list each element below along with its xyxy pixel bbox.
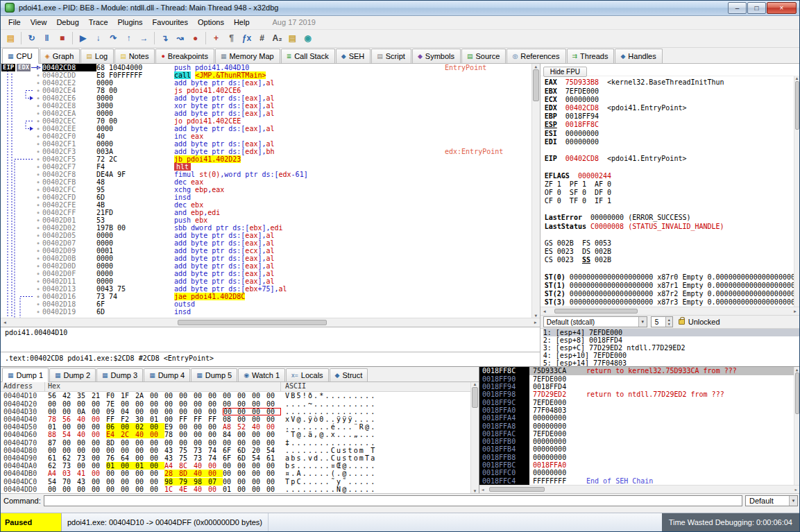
- menu-trace[interactable]: Trace: [84, 17, 113, 28]
- disassembly-view[interactable]: EIP EDX ●00402CD868 104D4000push pdoi41.…: [1, 64, 540, 318]
- dump-row[interactable]: 00404DB0A403410000000000288D400000000000…: [1, 470, 479, 477]
- disasm-row[interactable]: ●00402D196Dinsd: [1, 308, 540, 316]
- stack-row[interactable]: 0018FFA400000000: [479, 414, 799, 422]
- stack-row[interactable]: 0018FFC4FFFFFFFFEnd of SEH Chain: [479, 477, 799, 485]
- dump-row[interactable]: 00404D6088544000E42C40007800000084000000…: [1, 431, 479, 438]
- dump-view[interactable]: 00404D1056423521F01F2A000000000000000000…: [1, 392, 479, 493]
- dump-row[interactable]: 00404D70870000008D0000000000000000000000…: [1, 439, 479, 447]
- open-file-button[interactable]: ▤: [3, 31, 18, 45]
- tab-call-stack[interactable]: ≣Call Stack: [281, 49, 335, 63]
- disasm-vertical-scrollbar[interactable]: ▲ ▼: [531, 64, 540, 318]
- tab-graph[interactable]: ◈Graph: [40, 49, 80, 63]
- register-line[interactable]: [545, 163, 799, 171]
- argument-row[interactable]: 2: [esp+8] 0018FFD4: [543, 336, 799, 344]
- disasm-row[interactable]: ●00402CE478 00js pdoi41.402CE6: [1, 87, 540, 94]
- stack-row[interactable]: 0018FFB800000000: [479, 454, 799, 461]
- register-line[interactable]: EDX 00402CD8 <pdoi41.EntryPoint>: [545, 104, 799, 112]
- disasm-row[interactable]: ●00402CF572 2Cjb pdoi41.402D23: [1, 155, 540, 163]
- menu-options[interactable]: Options: [193, 17, 229, 28]
- dump-row[interactable]: 00404D20000000007E0000000000000000000000…: [1, 400, 479, 408]
- argument-row[interactable]: 5: [esp+14] 77F04803: [543, 359, 799, 366]
- disasm-row[interactable]: ●00402CE20000add byte ptr ds:[eax],al: [1, 79, 540, 87]
- scroll-thumb[interactable]: [489, 487, 545, 492]
- stack-row[interactable]: 0018FFC000000000: [479, 469, 799, 477]
- scroll-thumb[interactable]: [795, 372, 799, 414]
- register-line[interactable]: EFLAGS 00000244: [545, 172, 799, 180]
- dump-row[interactable]: 00404D500100000006000200E9000000A8524000…: [1, 423, 479, 431]
- disasm-row[interactable]: ●00402D090001add byte ptr ds:[ecx],al: [1, 247, 540, 255]
- disasm-row[interactable]: ●00402CEE0000add byte ptr ds:[eax],al: [1, 125, 540, 132]
- disasm-row[interactable]: ●00402CE83000xor byte ptr ds:[eax],al: [1, 102, 540, 110]
- disasm-row[interactable]: ●00402CE60000add byte ptr ds:[eax],al: [1, 94, 540, 102]
- argument-row[interactable]: 4: [esp+10] 7EFDE000: [543, 352, 799, 359]
- disasm-row[interactable]: ●00402CEA0000add byte ptr ds:[eax],al: [1, 110, 540, 117]
- restart-button[interactable]: ↻: [24, 31, 39, 45]
- disasm-row[interactable]: ●00402D070000add byte ptr ds:[eax],al: [1, 239, 540, 247]
- dropdown-arrow-icon[interactable]: ▼: [638, 317, 647, 327]
- spinner-arrows[interactable]: ▲ ▼: [665, 317, 672, 327]
- dump-vertical-scrollbar[interactable]: ▲ ▼: [470, 382, 479, 493]
- stack-row[interactable]: 0018FFA077F04803: [479, 406, 799, 414]
- dump-row[interactable]: 00404D3000000A00090400000000000000000000…: [1, 408, 479, 415]
- stack-row[interactable]: 0018FF940018FFD4: [479, 383, 799, 391]
- dump-row[interactable]: 00404D1056423521F01F2A000000000000000000…: [1, 392, 479, 400]
- tab-handles[interactable]: ◆Handles: [615, 49, 662, 63]
- scroll-thumb[interactable]: [472, 387, 478, 408]
- dump-row[interactable]: 00404D4078564000FFF2300100FFFFFF08000000…: [1, 415, 479, 423]
- hide-fpu-button[interactable]: Hide FPU: [543, 67, 587, 77]
- scroll-up-icon[interactable]: ▲: [796, 367, 799, 372]
- disasm-row[interactable]: ●00402D186Foutsd: [1, 300, 540, 308]
- scroll-left-icon[interactable]: ◄: [3, 320, 7, 325]
- scroll-thumb[interactable]: [533, 69, 539, 101]
- register-line[interactable]: EBP 0018FF94: [545, 112, 799, 121]
- register-line[interactable]: EBX 7EFDE000: [545, 87, 799, 96]
- stack-view[interactable]: 0018FF8C75D933CAreturn to kernel32.75D93…: [479, 367, 799, 485]
- maximize-button[interactable]: □: [747, 2, 766, 14]
- lock-icon[interactable]: [679, 319, 685, 325]
- disasm-row[interactable]: ●00402D050000add byte ptr ds:[eax],al: [1, 232, 540, 239]
- stack-row[interactable]: 0018FFB400000000: [479, 445, 799, 453]
- register-line[interactable]: ESP 0018FF8C: [545, 121, 799, 129]
- dump-row[interactable]: 00404DC054704300000000009879980700000000…: [1, 478, 479, 486]
- scroll-right-icon[interactable]: ►: [793, 309, 797, 314]
- disasm-row[interactable]: ●00402CDDE8 F0FFFFFFcall <JMP.&ThunRTMai…: [1, 71, 540, 79]
- dump-row[interactable]: 00404DD000000000000000001C4E400001000000…: [1, 486, 479, 493]
- spin-down-icon[interactable]: ▼: [667, 322, 671, 326]
- scroll-left-icon[interactable]: ◄: [482, 487, 484, 492]
- update-globe-button[interactable]: ◉: [300, 31, 315, 45]
- disasm-row[interactable]: ●00402CD868 104D4000push pdoi41.404D10En…: [1, 64, 540, 71]
- argument-count-spinner[interactable]: 5 ▲ ▼: [651, 316, 673, 327]
- disasm-row[interactable]: ●00402D0153push ebx: [1, 216, 540, 224]
- tab-script[interactable]: ▤Script: [371, 49, 411, 63]
- run-to-user-code-button[interactable]: →: [137, 31, 151, 45]
- pause-button[interactable]: ‖: [40, 31, 54, 45]
- menu-debug[interactable]: Debug: [51, 17, 83, 28]
- scroll-left-icon[interactable]: ◄: [543, 309, 547, 314]
- disasm-row[interactable]: ●00402D0D0000add byte ptr ds:[eax],al: [1, 262, 540, 270]
- register-line[interactable]: CS 0023 SS 002B: [545, 256, 799, 264]
- register-line[interactable]: EAX 75D933B8 <kernel32.BaseThreadInitThu…: [545, 78, 799, 87]
- disasm-horizontal-scrollbar[interactable]: ◄ ►: [1, 318, 540, 327]
- disasm-row[interactable]: ●00402D02197B 00sbb dword ptr ds:[ebx],e…: [1, 224, 540, 232]
- register-line[interactable]: OF 0 SF 0 DF 0: [545, 189, 799, 197]
- scroll-up-icon[interactable]: ▲: [534, 64, 537, 69]
- register-line[interactable]: ES 0023 DS 002B: [545, 248, 799, 256]
- tab-log[interactable]: ▤Log: [80, 49, 114, 63]
- register-line[interactable]: EDI 00000000: [545, 138, 799, 146]
- tab-notes[interactable]: ▤Notes: [114, 49, 155, 63]
- stack-row[interactable]: 0018FF9C7EFDE000: [479, 399, 799, 406]
- trace-over-button[interactable]: ↝: [173, 31, 187, 45]
- menu-file[interactable]: File: [3, 17, 26, 28]
- scroll-down-icon[interactable]: ▼: [534, 313, 537, 318]
- register-line[interactable]: ST(0) 00000000000000000000 x87r0 Empty 0…: [545, 273, 799, 282]
- disasm-row[interactable]: ●00402CEC70 00jo pdoi41.402CEE: [1, 117, 540, 125]
- pound-button[interactable]: #: [255, 31, 269, 45]
- dump-tab-watch-1[interactable]: ◉Watch 1: [238, 368, 285, 381]
- dump-tab-dump-2[interactable]: ▦Dump 2: [49, 368, 96, 381]
- title-bar[interactable]: pdoi41.exe - PID: BE8 - Module: ntdll.dl…: [1, 1, 799, 16]
- register-line[interactable]: [545, 146, 799, 155]
- scroll-thumb[interactable]: [554, 309, 638, 314]
- stop-button[interactable]: ■: [55, 31, 69, 45]
- menu-help[interactable]: Help: [229, 17, 255, 28]
- disasm-row[interactable]: ●00402D130043 75add byte ptr ds:[ebx+75]…: [1, 285, 540, 293]
